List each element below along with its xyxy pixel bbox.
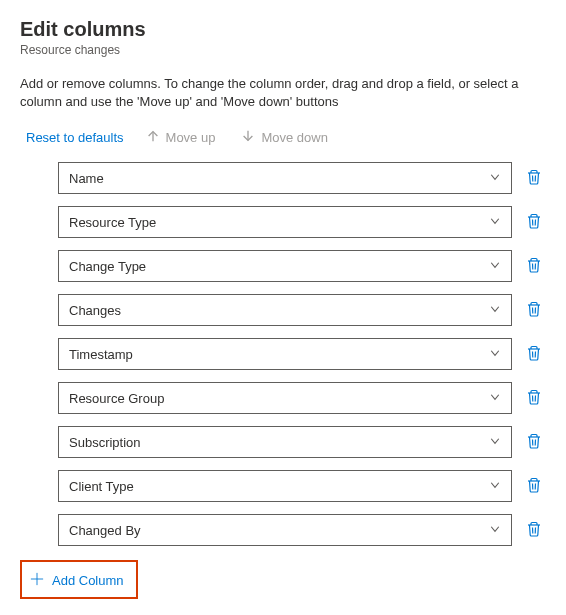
column-select[interactable]: Resource Type [58,206,512,238]
column-select-label: Changed By [69,523,141,538]
column-row: Resource Type [58,206,546,238]
delete-column-button[interactable] [522,341,546,368]
move-down-label: Move down [261,130,327,145]
chevron-down-icon [489,171,501,186]
chevron-down-icon [489,391,501,406]
column-select[interactable]: Change Type [58,250,512,282]
column-row: Changes [58,294,546,326]
delete-column-button[interactable] [522,517,546,544]
move-up-label: Move up [166,130,216,145]
column-row: Subscription [58,426,546,458]
column-select[interactable]: Timestamp [58,338,512,370]
trash-icon [526,169,542,188]
trash-icon [526,389,542,408]
move-up-button[interactable]: Move up [142,127,220,148]
instructions-text: Add or remove columns. To change the col… [20,75,546,111]
column-row: Change Type [58,250,546,282]
column-select[interactable]: Changes [58,294,512,326]
trash-icon [526,213,542,232]
add-column-button[interactable]: Add Column [20,566,134,595]
delete-column-button[interactable] [522,473,546,500]
column-row: Name [58,162,546,194]
column-select-label: Timestamp [69,347,133,362]
column-select-label: Client Type [69,479,134,494]
add-column-highlight: Add Column [20,560,138,599]
column-row: Resource Group [58,382,546,414]
column-row: Timestamp [58,338,546,370]
column-select-label: Subscription [69,435,141,450]
column-select[interactable]: Changed By [58,514,512,546]
panel-title: Edit columns [20,18,146,41]
column-select-label: Resource Group [69,391,164,406]
column-select-label: Resource Type [69,215,156,230]
move-down-button[interactable]: Move down [237,127,331,148]
chevron-down-icon [489,479,501,494]
column-select[interactable]: Resource Group [58,382,512,414]
columns-list: Name Resource Type Change Type Changes T… [20,162,546,546]
trash-icon [526,257,542,276]
column-row: Client Type [58,470,546,502]
chevron-down-icon [489,303,501,318]
close-button[interactable] [538,18,546,42]
chevron-down-icon [489,435,501,450]
delete-column-button[interactable] [522,209,546,236]
chevron-down-icon [489,259,501,274]
column-select[interactable]: Subscription [58,426,512,458]
column-select-label: Change Type [69,259,146,274]
delete-column-button[interactable] [522,297,546,324]
delete-column-button[interactable] [522,165,546,192]
chevron-down-icon [489,523,501,538]
column-select[interactable]: Name [58,162,512,194]
trash-icon [526,433,542,452]
column-select-label: Name [69,171,104,186]
trash-icon [526,477,542,496]
chevron-down-icon [489,215,501,230]
delete-column-button[interactable] [522,385,546,412]
add-column-label: Add Column [52,573,124,588]
delete-column-button[interactable] [522,429,546,456]
delete-column-button[interactable] [522,253,546,280]
arrow-down-icon [241,129,255,146]
panel-subtitle: Resource changes [20,43,146,57]
trash-icon [526,301,542,320]
trash-icon [526,345,542,364]
chevron-down-icon [489,347,501,362]
column-row: Changed By [58,514,546,546]
reset-defaults-link[interactable]: Reset to defaults [26,130,124,145]
column-select-label: Changes [69,303,121,318]
column-select[interactable]: Client Type [58,470,512,502]
toolbar: Reset to defaults Move up Move down [20,127,546,148]
plus-icon [30,572,44,589]
trash-icon [526,521,542,540]
arrow-up-icon [146,129,160,146]
